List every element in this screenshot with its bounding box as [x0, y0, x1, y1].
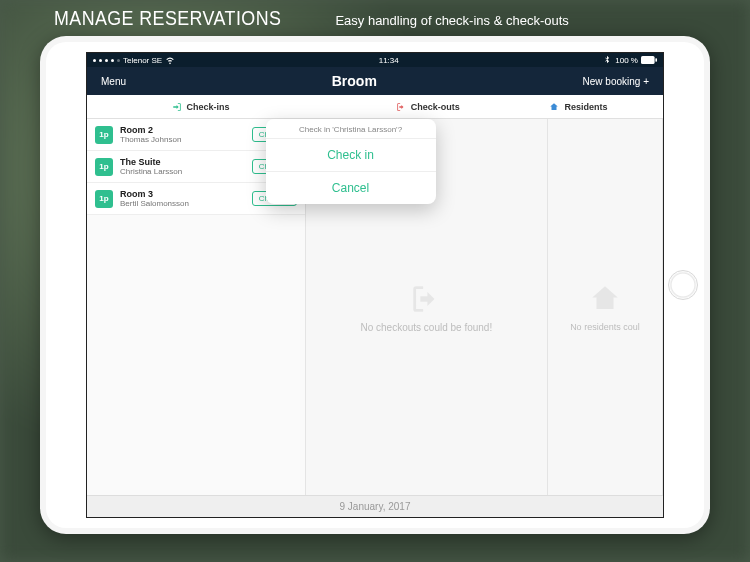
- marketing-title: MANAGE RESERVATIONS: [54, 6, 281, 30]
- carrier-label: Telenor SE: [123, 56, 162, 65]
- tab-bar: Check-ins Check-outs Residents: [87, 95, 663, 119]
- popover-title: Check in 'Christina Larsson'?: [266, 119, 436, 138]
- status-time: 11:34: [379, 56, 399, 65]
- wifi-icon: [165, 55, 175, 65]
- status-bar: Telenor SE 11:34 100 %: [87, 53, 663, 67]
- new-booking-button[interactable]: New booking +: [583, 76, 649, 87]
- resident-icon: [549, 102, 559, 112]
- tab-residents[interactable]: Residents: [541, 95, 663, 118]
- modal-overlay[interactable]: Check in 'Christina Larsson'? Check in C…: [87, 119, 663, 495]
- tab-checkins-label: Check-ins: [187, 102, 230, 112]
- tab-checkins[interactable]: Check-ins: [87, 95, 314, 118]
- svg-rect-0: [641, 56, 655, 64]
- bluetooth-icon: [602, 55, 612, 65]
- tab-checkouts[interactable]: Check-outs: [314, 95, 541, 118]
- app-title: Broom: [332, 73, 377, 89]
- checkin-popover: Check in 'Christina Larsson'? Check in C…: [266, 119, 436, 204]
- tab-residents-label: Residents: [564, 102, 607, 112]
- home-button[interactable]: [668, 270, 698, 300]
- marketing-subtitle: Easy handling of check-ins & check-outs: [335, 13, 568, 28]
- menu-button[interactable]: Menu: [101, 76, 126, 87]
- marketing-header: MANAGE RESERVATIONS Easy handling of che…: [54, 6, 569, 30]
- checkout-icon: [396, 102, 406, 112]
- popover-cancel-button[interactable]: Cancel: [266, 171, 436, 204]
- content-area: 1p Room 2 Thomas Johnson Check in 1p The…: [87, 119, 663, 495]
- popover-confirm-button[interactable]: Check in: [266, 138, 436, 171]
- ipad-frame: Telenor SE 11:34 100 % Menu Broom New bo…: [40, 36, 710, 534]
- battery-icon: [641, 56, 657, 64]
- checkin-icon: [172, 102, 182, 112]
- footer-date: 9 January, 2017: [340, 501, 411, 512]
- status-right: 100 %: [602, 55, 657, 65]
- footer-bar: 9 January, 2017: [87, 495, 663, 517]
- status-left: Telenor SE: [93, 55, 175, 65]
- tab-checkouts-label: Check-outs: [411, 102, 460, 112]
- app-screen: Telenor SE 11:34 100 % Menu Broom New bo…: [86, 52, 664, 518]
- svg-rect-1: [655, 58, 657, 61]
- battery-label: 100 %: [615, 56, 638, 65]
- nav-bar: Menu Broom New booking +: [87, 67, 663, 95]
